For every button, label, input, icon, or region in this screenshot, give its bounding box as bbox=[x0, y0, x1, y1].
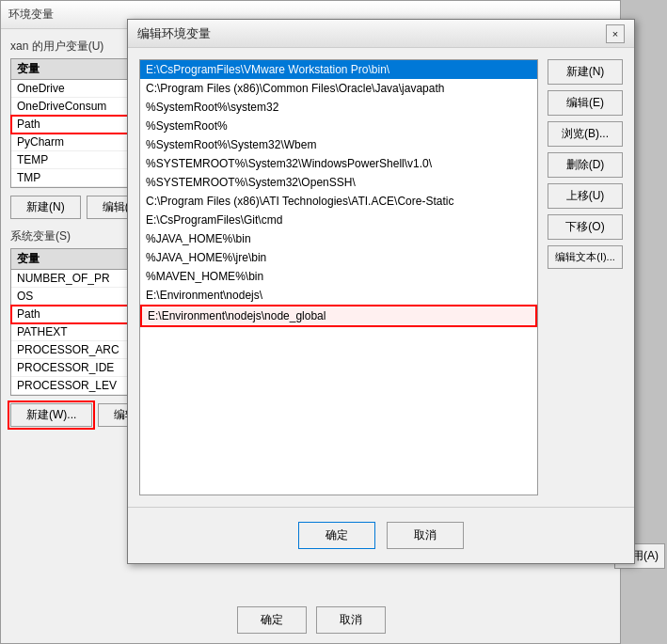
path-item-nodejs[interactable]: E:\Environment\nodejs\ bbox=[140, 286, 537, 305]
path-list[interactable]: E:\CsProgramFiles\VMware Workstation Pro… bbox=[139, 59, 538, 495]
dialog-delete-button[interactable]: 删除(D) bbox=[548, 152, 623, 178]
dialog-up-button[interactable]: 上移(U) bbox=[548, 183, 623, 209]
bg-bottom-buttons: 确定 取消 bbox=[1, 606, 622, 634]
dialog-cancel-button[interactable]: 取消 bbox=[387, 522, 464, 549]
path-list-container: E:\CsProgramFiles\VMware Workstation Pro… bbox=[139, 59, 538, 495]
path-item-oracle[interactable]: C:\Program Files (x86)\Common Files\Orac… bbox=[140, 79, 537, 98]
dialog-body: E:\CsProgramFiles\VMware Workstation Pro… bbox=[128, 48, 634, 507]
bg-cancel-button[interactable]: 取消 bbox=[316, 606, 386, 634]
dialog-down-button[interactable]: 下移(O) bbox=[548, 214, 623, 240]
path-item-vmware[interactable]: E:\CsProgramFiles\VMware Workstation Pro… bbox=[140, 60, 537, 79]
dialog-title-text: 编辑环境变量 bbox=[137, 25, 211, 42]
edit-env-var-dialog: 编辑环境变量 × E:\CsProgramFiles\VMware Workst… bbox=[127, 19, 635, 564]
path-item-ati[interactable]: C:\Program Files (x86)\ATI Technologies\… bbox=[140, 192, 537, 211]
dialog-right-buttons: 新建(N) 编辑(E) 浏览(B)... 删除(D) 上移(U) 下移(O) 编… bbox=[548, 59, 623, 495]
path-item-sysroot32[interactable]: %SystemRoot%\system32 bbox=[140, 98, 537, 117]
path-item-java-bin[interactable]: %JAVA_HOME%\bin bbox=[140, 229, 537, 248]
bg-window-title: 环境变量 bbox=[8, 7, 54, 23]
dialog-close-button[interactable]: × bbox=[606, 24, 625, 43]
dialog-edit-text-button[interactable]: 编辑文本(I)... bbox=[548, 245, 623, 269]
dialog-ok-button[interactable]: 确定 bbox=[298, 522, 375, 549]
path-item-maven[interactable]: %MAVEN_HOME%\bin bbox=[140, 267, 537, 286]
dialog-browse-button[interactable]: 浏览(B)... bbox=[548, 121, 623, 147]
dialog-new-button[interactable]: 新建(N) bbox=[548, 59, 623, 85]
dialog-title-bar: 编辑环境变量 × bbox=[128, 20, 634, 48]
path-item-node-global[interactable]: E:\Environment\nodejs\node_global bbox=[140, 305, 537, 327]
dialog-footer: 确定 取消 bbox=[128, 507, 634, 563]
dialog-edit-button[interactable]: 编辑(E) bbox=[548, 90, 623, 116]
path-item-powershell[interactable]: %SYSTEMROOT%\System32\WindowsPowerShell\… bbox=[140, 154, 537, 173]
path-item-openssh[interactable]: %SYSTEMROOT%\System32\OpenSSH\ bbox=[140, 173, 537, 192]
path-item-java-jre[interactable]: %JAVA_HOME%\jre\bin bbox=[140, 248, 537, 267]
user-new-button[interactable]: 新建(N) bbox=[10, 196, 81, 219]
path-item-git[interactable]: E:\CsProgramFiles\Git\cmd bbox=[140, 211, 537, 229]
bg-ok-button[interactable]: 确定 bbox=[237, 606, 307, 634]
path-item-sysroot[interactable]: %SystemRoot% bbox=[140, 117, 537, 135]
sys-new-button[interactable]: 新建(W)... bbox=[10, 403, 92, 427]
path-item-wbem[interactable]: %SystemRoot%\System32\Wbem bbox=[140, 135, 537, 154]
